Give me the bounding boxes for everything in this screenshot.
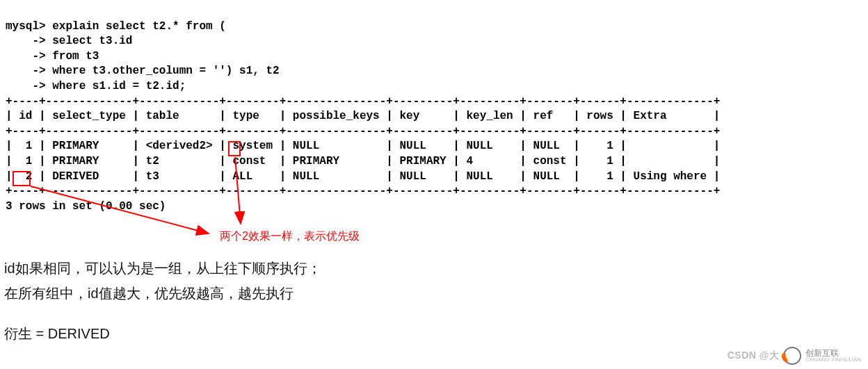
watermark-sub: CHUANG XINHULIAN: [805, 357, 861, 363]
commentary-line-2: 在所有组中，id值越大，优先级越高，越先执行: [4, 281, 868, 306]
watermark-csdn: CSDN @大: [728, 350, 780, 362]
table-border-top: +----+-------------+------------+-------…: [6, 95, 720, 108]
table-header: | id | select_type | table | type | poss…: [6, 110, 720, 122]
highlight-box-id2: [13, 171, 31, 186]
table-row-3: | 2 | DERIVED | t3 | ALL | NULL | NULL |…: [6, 170, 720, 183]
mysql-terminal-block: mysql> explain select t2.* from ( -> sel…: [0, 0, 868, 214]
sql-line-1: mysql> explain select t2.* from (: [6, 20, 226, 33]
sql-line-3: -> from t3: [6, 50, 99, 63]
brand-logo-icon: [783, 347, 801, 365]
table-row-2: | 1 | PRIMARY | t2 | const | PRIMARY | P…: [6, 155, 720, 167]
sql-line-5: -> where s1.id = t2.id;: [6, 80, 186, 92]
sql-line-2: -> select t3.id: [6, 35, 132, 47]
sql-line-4: -> where t3.other_column = '') s1, t2: [6, 65, 280, 77]
table-row-1: | 1 | PRIMARY | <derived2> | system | NU…: [6, 140, 720, 152]
annotation-text: 两个2效果一样，表示优先级: [220, 229, 360, 244]
result-footer: 3 rows in set (0.00 sec): [6, 200, 166, 213]
highlight-box-derived2: [228, 141, 241, 156]
table-border-mid: +----+-------------+------------+-------…: [6, 125, 720, 138]
watermark: CSDN @大 创新互联 CHUANG XINHULIAN: [728, 347, 861, 365]
table-border-bottom: +----+-------------+------------+-------…: [6, 185, 720, 197]
commentary-line-1: id如果相同，可以认为是一组，从上往下顺序执行；: [4, 256, 868, 281]
commentary-line-3: 衍生 = DERIVED: [4, 321, 868, 346]
